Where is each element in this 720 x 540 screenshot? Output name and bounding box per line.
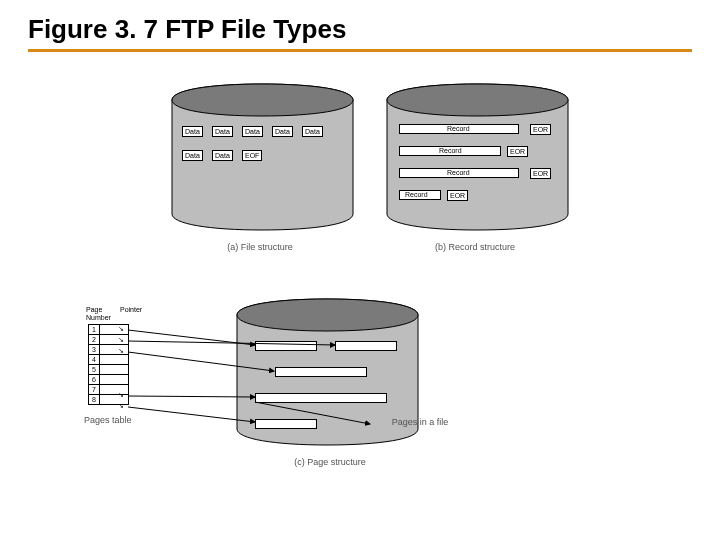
pointer-mark: ↘ [118,336,124,344]
figure-title: Figure 3. 7 FTP File Types [0,0,720,49]
pointer-mark: ↘ [118,347,124,355]
pointer-arrows [0,52,720,532]
svg-line-5 [255,402,370,424]
pointer-mark: ↘ [118,325,124,333]
svg-line-1 [128,341,335,345]
svg-line-2 [128,352,274,371]
pointer-mark: ↘ [118,391,124,399]
svg-line-4 [128,407,255,422]
pointer-mark: ↘ [118,402,124,410]
svg-line-3 [128,396,255,397]
diagram-stage: Data Data Data Data Data Data Data EOF (… [0,52,720,532]
